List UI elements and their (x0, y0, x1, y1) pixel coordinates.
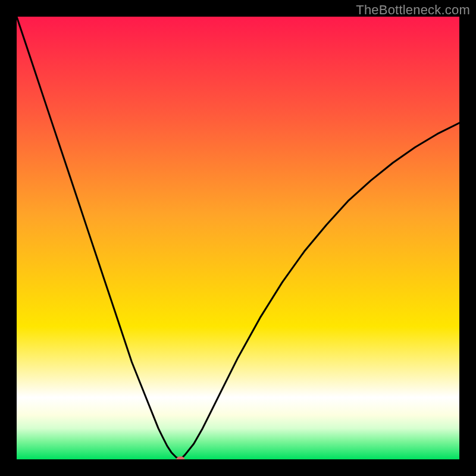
bottleneck-chart (17, 17, 459, 459)
outer-frame: TheBottleneck.com (0, 0, 476, 476)
plot-container (17, 17, 459, 459)
gradient-background (17, 17, 459, 459)
watermark-text: TheBottleneck.com (356, 2, 470, 18)
